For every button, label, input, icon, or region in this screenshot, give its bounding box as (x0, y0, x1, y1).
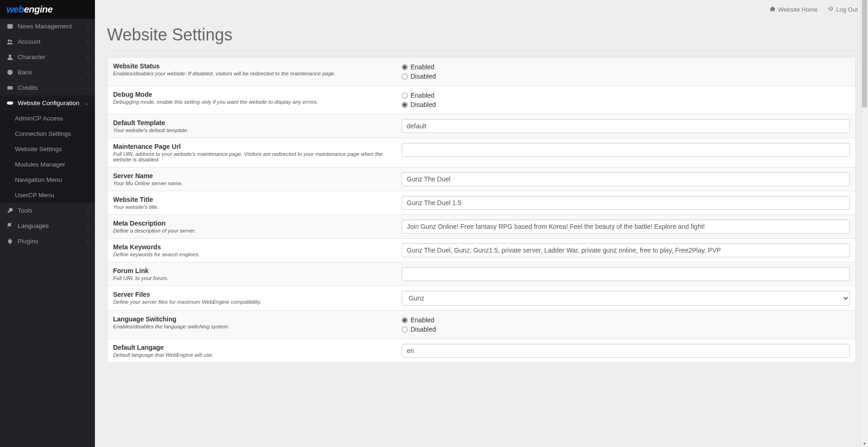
langswitch-disabled[interactable]: Disabled (402, 325, 850, 334)
sidebar-item-plugins[interactable]: Plugins ‹ (0, 234, 95, 249)
sidebar-sub-navmenu[interactable]: Navigation Menu (0, 172, 95, 187)
sidebar-item-label: News Management (18, 23, 72, 30)
setting-desc: Your website's default template. (113, 127, 390, 133)
default-template-input[interactable] (402, 119, 850, 133)
setting-row-debug-mode: Debug Mode Debugging mode, enable this s… (108, 86, 855, 114)
maintenance-url-input[interactable] (402, 143, 850, 157)
setting-title: Debug Mode (113, 91, 390, 98)
sidebar-item-languages[interactable]: Languages ‹ (0, 218, 95, 234)
debug-enabled[interactable]: Enabled (402, 91, 850, 100)
user-icon (7, 54, 13, 60)
setting-desc: Full URL address to your website's maint… (113, 150, 390, 162)
content: Website Settings Website Status Enables/… (95, 19, 868, 375)
main: Website Home Log Out Website Settings We… (95, 0, 868, 447)
setting-desc: Default language that WebEngine will use… (113, 351, 390, 358)
setting-row-forum-link: Forum Link Full URL to your forum. (108, 262, 855, 286)
sidebar-item-character[interactable]: Character ‹ (0, 49, 95, 65)
topbar: Website Home Log Out (95, 0, 868, 19)
newspaper-icon (7, 23, 13, 29)
setting-row-maintenance-url: Maintenance Page Url Full URL address to… (108, 138, 855, 167)
setting-title: Forum Link (113, 267, 390, 274)
debug-disabled[interactable]: Disabled (402, 100, 850, 109)
toggle-icon (7, 100, 13, 106)
website-home-label: Website Home (778, 6, 818, 13)
chevron-left-icon: ‹ (87, 239, 88, 244)
meta-keywords-input[interactable] (402, 243, 850, 257)
setting-desc: Debugging mode, enable this setting only… (113, 98, 390, 105)
website-status-disabled[interactable]: Disabled (402, 72, 850, 81)
home-icon (770, 6, 775, 13)
credit-icon (7, 85, 13, 91)
default-language-input[interactable] (402, 344, 850, 358)
scroll-down-icon[interactable]: ▼ (861, 440, 868, 447)
sidebar-sub-usercp[interactable]: UserCP Menu (0, 187, 95, 203)
website-status-enabled[interactable]: Enabled (402, 62, 850, 72)
users-icon (7, 39, 13, 45)
svg-point-2 (10, 40, 12, 42)
setting-row-server-files: Server Files Define your server files fo… (108, 286, 855, 311)
setting-title: Default Langage (113, 344, 390, 351)
setting-row-default-template: Default Template Your website's default … (108, 114, 855, 138)
langswitch-enabled[interactable]: Enabled (402, 315, 850, 325)
svg-point-4 (7, 70, 12, 75)
setting-title: Website Status (113, 62, 390, 70)
setting-desc: Define keywords for search engines. (113, 251, 390, 257)
sidebar-item-label: Languages (18, 222, 49, 229)
meta-description-input[interactable] (402, 220, 850, 234)
sidebar-item-label: Account (18, 38, 40, 45)
chevron-left-icon: ‹ (87, 70, 88, 75)
sidebar-item-credits[interactable]: Credits ‹ (0, 80, 95, 95)
chevron-left-icon: ‹ (87, 208, 88, 213)
sidebar-item-label: Website Configuration (18, 100, 80, 107)
setting-row-website-title: Website Title Your website's title. (108, 191, 855, 215)
sidebar-item-news[interactable]: News Management ‹ (0, 19, 95, 34)
page-title: Website Settings (107, 21, 856, 51)
setting-row-server-name: Server Name Your Mu Online server name. (108, 167, 855, 191)
server-files-select[interactable]: Gunz (402, 291, 850, 306)
sidebar-item-label: Credits (18, 84, 38, 91)
sidebar-item-label: Tools (18, 207, 33, 214)
logout-link[interactable]: Log Out (828, 6, 858, 13)
sidebar-nav: News Management ‹ Account ‹ Character ‹ … (0, 19, 95, 249)
chevron-left-icon: ‹ (87, 24, 88, 29)
sidebar-item-label: Plugins (18, 238, 38, 245)
sidebar-item-bans[interactable]: Bans ‹ (0, 65, 95, 80)
sidebar-sub-modules[interactable]: Modules Manager (0, 157, 95, 172)
flag-icon (7, 223, 13, 229)
scrollbar-track[interactable]: ▲ ▼ (861, 0, 868, 447)
plug-icon (7, 238, 13, 244)
brand[interactable]: webengine (0, 0, 95, 19)
setting-row-meta-keywords: Meta Keywords Define keywords for search… (108, 239, 855, 262)
sidebar-sub-website-settings[interactable]: Website Settings (0, 141, 95, 157)
chevron-left-icon: ‹ (87, 223, 88, 228)
svg-rect-5 (7, 86, 12, 89)
setting-title: Maintenance Page Url (113, 143, 390, 150)
info-icon (7, 69, 13, 75)
sidebar-subitems: AdminCP Access Connection Settings Websi… (0, 111, 95, 203)
server-name-input[interactable] (402, 172, 850, 186)
setting-desc: Your website's title. (113, 203, 390, 210)
sidebar-sub-connection[interactable]: Connection Settings (0, 126, 95, 141)
wrench-icon (7, 207, 13, 213)
logout-label: Log Out (836, 6, 858, 13)
setting-title: Default Template (113, 119, 390, 127)
forum-link-input[interactable] (402, 267, 850, 281)
setting-title: Website Title (113, 196, 390, 203)
power-icon (828, 6, 834, 13)
scrollbar-thumb[interactable] (862, 0, 867, 107)
sidebar-item-tools[interactable]: Tools ‹ (0, 203, 95, 218)
svg-point-1 (7, 40, 10, 42)
sidebar-item-account[interactable]: Account ‹ (0, 34, 95, 49)
website-title-input[interactable] (402, 196, 850, 210)
svg-rect-6 (7, 101, 13, 105)
setting-desc: Your Mu Online server name. (113, 180, 390, 186)
setting-row-website-status: Website Status Enables/disables your web… (108, 58, 855, 86)
setting-title: Language Switching (113, 315, 390, 323)
setting-desc: Enables/disables the language switching … (113, 323, 390, 329)
sidebar-item-website-config[interactable]: Website Configuration ⌄ (0, 95, 95, 111)
chevron-left-icon: ‹ (87, 54, 88, 60)
website-home-link[interactable]: Website Home (770, 6, 818, 13)
chevron-left-icon: ‹ (87, 39, 88, 44)
sidebar-sub-admincp[interactable]: AdminCP Access (0, 111, 95, 126)
chevron-down-icon: ⌄ (85, 100, 88, 106)
